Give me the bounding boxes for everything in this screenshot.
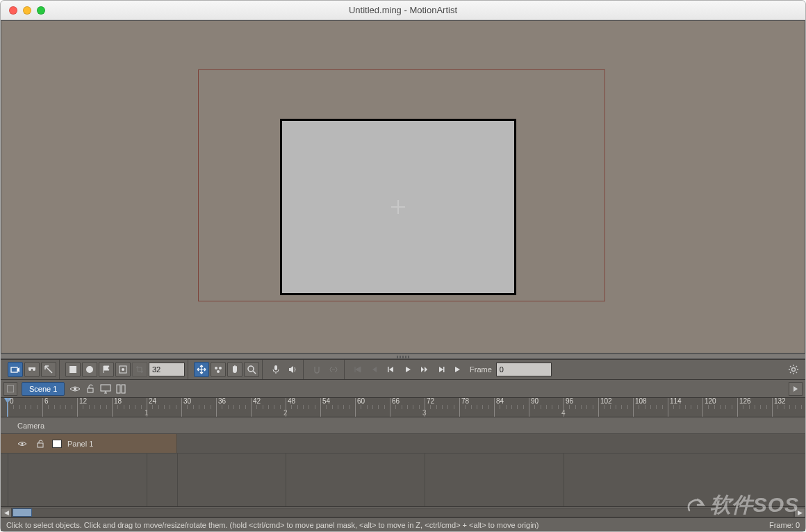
svg-line-23 — [790, 372, 791, 374]
svg-point-11 — [248, 366, 254, 372]
svg-rect-13 — [274, 365, 277, 370]
scroll-track[interactable] — [12, 508, 794, 517]
step-back-button[interactable] — [384, 362, 399, 377]
camera-row[interactable]: Camera — [1, 417, 805, 434]
go-start-button[interactable] — [350, 362, 365, 377]
svg-point-10 — [217, 370, 220, 373]
scene-tab[interactable]: Scene 1 — [22, 382, 65, 396]
move-tool-button[interactable] — [194, 362, 209, 377]
svg-rect-15 — [443, 367, 445, 372]
step-fwd-button[interactable] — [417, 362, 432, 377]
mic-button[interactable] — [268, 362, 283, 377]
frame-field[interactable] — [496, 363, 552, 376]
snap-button[interactable] — [309, 362, 324, 377]
monitor-icon[interactable] — [99, 383, 112, 395]
panel-label: Panel 1 — [67, 440, 93, 448]
scroll-right-button[interactable]: ▶ — [794, 508, 805, 517]
svg-line-22 — [796, 372, 798, 374]
svg-rect-14 — [388, 367, 389, 372]
stop-button[interactable] — [65, 362, 81, 377]
speaker-button[interactable] — [285, 362, 300, 377]
target-button[interactable] — [115, 362, 131, 377]
group-tool-button[interactable] — [211, 362, 226, 377]
panel-track[interactable] — [177, 434, 805, 453]
prev-key-button[interactable] — [367, 362, 382, 377]
status-hint: Click to select objects. Click and drag … — [6, 521, 538, 529]
svg-rect-0 — [11, 367, 17, 372]
svg-line-12 — [253, 371, 256, 374]
camera-label: Camera — [17, 422, 44, 430]
svg-rect-34 — [38, 443, 43, 447]
scroll-thumb[interactable] — [13, 508, 32, 517]
svg-point-33 — [22, 442, 24, 444]
hand-tool-button[interactable] — [227, 362, 242, 377]
window-title: Untitled.ming - MotionArtist — [1, 5, 805, 15]
crosshair-icon — [391, 200, 405, 214]
svg-rect-32 — [122, 385, 125, 393]
svg-rect-28 — [101, 385, 110, 391]
panel-frame[interactable] — [280, 119, 516, 295]
next-key-button[interactable] — [434, 362, 449, 377]
titlebar: Untitled.ming - MotionArtist — [1, 1, 805, 20]
director-tool-button[interactable] — [24, 362, 40, 377]
lock-icon[interactable] — [84, 383, 97, 395]
layout-tool-button[interactable] — [41, 362, 56, 377]
play-button[interactable] — [400, 362, 416, 377]
crop-button — [132, 362, 147, 377]
flag-button[interactable] — [99, 362, 114, 377]
link-button[interactable] — [326, 362, 341, 377]
eye-icon[interactable] — [69, 383, 81, 395]
scroll-left-button[interactable]: ◀ — [1, 508, 12, 517]
svg-point-8 — [215, 367, 217, 369]
columns-icon[interactable] — [115, 383, 127, 395]
timeline-grid[interactable] — [1, 454, 805, 506]
app-window: Untitled.ming - MotionArtist — [0, 0, 806, 532]
eye-icon[interactable] — [16, 438, 28, 450]
zoom-field[interactable] — [149, 363, 185, 376]
magnify-tool-button[interactable] — [244, 362, 259, 377]
h-scrollbar[interactable]: ◀ ▶ — [1, 506, 805, 517]
camera-tool-button[interactable] — [8, 362, 23, 377]
svg-point-16 — [792, 368, 796, 372]
canvas[interactable] — [1, 20, 805, 354]
svg-rect-4 — [69, 366, 76, 373]
svg-line-21 — [790, 366, 791, 367]
splitter-handle[interactable] — [1, 354, 805, 359]
color-swatch[interactable] — [52, 440, 62, 448]
toolbar: Frame — [1, 359, 805, 380]
scene-name: Scene 1 — [29, 385, 57, 393]
scene-bar: Scene 1 — [1, 380, 805, 398]
svg-point-26 — [74, 388, 76, 390]
panel-header[interactable]: Panel 1 — [1, 434, 177, 453]
svg-point-5 — [86, 366, 93, 373]
svg-point-7 — [122, 368, 124, 371]
svg-rect-27 — [88, 388, 93, 392]
frame-label: Frame — [470, 365, 492, 374]
svg-rect-25 — [7, 385, 14, 392]
svg-line-24 — [796, 366, 798, 367]
svg-point-9 — [219, 367, 222, 369]
timeline-ruler[interactable]: 0612182430364248546066727884909610210811… — [1, 398, 805, 417]
status-frame: Frame: 0 — [769, 521, 800, 529]
timeline: Camera Panel 1 ◀ ▶ — [1, 417, 805, 517]
go-end-button[interactable] — [450, 362, 466, 377]
settings-button[interactable] — [786, 362, 801, 377]
add-scene-button[interactable] — [3, 382, 17, 396]
svg-rect-31 — [117, 385, 120, 393]
panel-row[interactable]: Panel 1 — [1, 434, 805, 454]
record-button[interactable] — [82, 362, 97, 377]
scene-play-button[interactable] — [789, 382, 803, 396]
lock-icon[interactable] — [34, 438, 47, 450]
svg-rect-3 — [28, 367, 35, 369]
status-bar: Click to select objects. Click and drag … — [1, 517, 805, 531]
